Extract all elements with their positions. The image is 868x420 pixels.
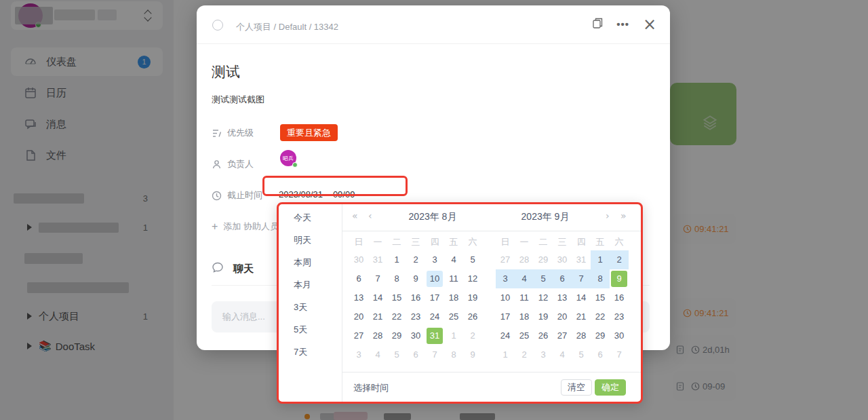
day-cell[interactable]: 17 xyxy=(425,288,444,307)
day-cell[interactable]: 4 xyxy=(368,345,387,364)
day-cell[interactable]: 30 xyxy=(553,250,572,269)
priority-badge[interactable]: 重要且紧急 xyxy=(280,124,338,141)
day-cell[interactable]: 31 xyxy=(572,250,591,269)
day-cell[interactable]: 6 xyxy=(406,345,425,364)
day-cell[interactable]: 2 xyxy=(515,345,534,364)
day-cell[interactable]: 11 xyxy=(515,288,534,307)
day-cell[interactable]: 20 xyxy=(349,307,368,326)
close-icon[interactable]: × xyxy=(643,17,656,32)
prev-year-icon[interactable]: « xyxy=(352,210,358,221)
task-title[interactable]: 测试 xyxy=(212,62,240,81)
day-cell[interactable]: 26 xyxy=(463,307,482,326)
day-cell[interactable]: 24 xyxy=(496,326,515,345)
day-cell[interactable]: 1 xyxy=(591,250,610,269)
next-month-icon[interactable]: › xyxy=(606,210,610,221)
day-cell[interactable]: 6 xyxy=(553,269,572,288)
day-cell[interactable]: 3 xyxy=(425,250,444,269)
day-cell[interactable]: 13 xyxy=(553,288,572,307)
day-cell[interactable]: 7 xyxy=(368,269,387,288)
day-cell[interactable]: 19 xyxy=(534,307,553,326)
day-cell[interactable]: 5 xyxy=(572,345,591,364)
day-cell[interactable]: 30 xyxy=(349,250,368,269)
day-cell[interactable]: 28 xyxy=(572,326,591,345)
day-cell[interactable]: 14 xyxy=(368,288,387,307)
shortcut-今天[interactable]: 今天 xyxy=(279,206,342,229)
day-cell[interactable]: 12 xyxy=(534,288,553,307)
day-cell[interactable]: 29 xyxy=(591,326,610,345)
open-in-window-icon[interactable] xyxy=(593,18,603,31)
shortcut-5天[interactable]: 5天 xyxy=(279,318,342,341)
month-title-august[interactable]: 2023年 8月 xyxy=(382,211,484,223)
day-cell[interactable]: 29 xyxy=(534,250,553,269)
day-cell[interactable]: 26 xyxy=(534,326,553,345)
next-year-icon[interactable]: » xyxy=(620,210,627,221)
day-cell[interactable]: 30 xyxy=(610,326,629,345)
day-cell[interactable]: 22 xyxy=(591,307,610,326)
day-cell[interactable]: 4 xyxy=(515,269,534,288)
day-cell[interactable]: 16 xyxy=(406,288,425,307)
day-cell[interactable]: 28 xyxy=(368,326,387,345)
day-cell[interactable]: 4 xyxy=(553,345,572,364)
day-cell[interactable]: 13 xyxy=(349,288,368,307)
day-cell[interactable]: 5 xyxy=(387,345,406,364)
add-collaborator-button[interactable]: + 添加 协助人员 xyxy=(212,221,279,233)
shortcut-明天[interactable]: 明天 xyxy=(279,229,342,251)
more-menu-icon[interactable]: ••• xyxy=(616,16,629,33)
day-cell[interactable]: 3 xyxy=(496,269,515,288)
day-cell[interactable]: 11 xyxy=(444,269,463,288)
day-cell[interactable]: 4 xyxy=(444,250,463,269)
day-cell[interactable]: 21 xyxy=(368,307,387,326)
day-cell[interactable]: 25 xyxy=(515,326,534,345)
day-cell[interactable]: 23 xyxy=(610,307,629,326)
day-cell[interactable]: 27 xyxy=(553,326,572,345)
shortcut-本周[interactable]: 本周 xyxy=(279,251,342,273)
day-cell[interactable]: 2 xyxy=(610,250,629,269)
day-cell[interactable]: 29 xyxy=(387,326,406,345)
day-cell[interactable]: 27 xyxy=(496,250,515,269)
day-cell[interactable]: 30 xyxy=(406,326,425,345)
day-cell[interactable]: 20 xyxy=(553,307,572,326)
day-cell[interactable]: 6 xyxy=(349,269,368,288)
day-cell[interactable]: 22 xyxy=(387,307,406,326)
day-cell[interactable]: 2 xyxy=(463,326,482,345)
day-cell[interactable]: 8 xyxy=(591,269,610,288)
day-cell[interactable]: 7 xyxy=(572,269,591,288)
day-cell[interactable]: 3 xyxy=(349,345,368,364)
select-time-link[interactable]: 选择时间 xyxy=(353,382,389,394)
day-cell[interactable]: 5 xyxy=(534,269,553,288)
day-cell[interactable]: 1 xyxy=(496,345,515,364)
due-date-input[interactable]: 2023/08/31 ~ 09/09 xyxy=(279,189,355,199)
day-cell[interactable]: 24 xyxy=(425,307,444,326)
day-cell[interactable]: 7 xyxy=(425,345,444,364)
day-cell[interactable]: 19 xyxy=(463,288,482,307)
day-cell[interactable]: 15 xyxy=(387,288,406,307)
day-cell[interactable]: 18 xyxy=(515,307,534,326)
day-cell[interactable]: 17 xyxy=(496,307,515,326)
task-complete-checkbox[interactable] xyxy=(212,20,223,31)
prev-month-icon[interactable]: ‹ xyxy=(368,210,372,221)
shortcut-7天[interactable]: 7天 xyxy=(279,341,342,363)
day-cell[interactable]: 8 xyxy=(387,269,406,288)
day-cell[interactable]: 14 xyxy=(572,288,591,307)
day-cell[interactable]: 28 xyxy=(515,250,534,269)
day-cell[interactable]: 12 xyxy=(463,269,482,288)
clear-button[interactable]: 清空 xyxy=(561,379,592,396)
day-cell[interactable]: 23 xyxy=(406,307,425,326)
day-cell[interactable]: 31 xyxy=(368,250,387,269)
confirm-button[interactable]: 确定 xyxy=(595,379,626,396)
day-cell[interactable]: 1 xyxy=(444,326,463,345)
assignee-avatar[interactable]: 昭兵 xyxy=(280,150,296,166)
day-cell[interactable]: 25 xyxy=(444,307,463,326)
task-description[interactable]: 测试测试截图 xyxy=(212,94,264,106)
day-cell[interactable]: 10 xyxy=(496,288,515,307)
day-cell[interactable]: 6 xyxy=(591,345,610,364)
day-cell[interactable]: 16 xyxy=(610,288,629,307)
day-cell[interactable]: 8 xyxy=(444,345,463,364)
day-cell[interactable]: 10 xyxy=(425,269,444,288)
day-cell[interactable]: 27 xyxy=(349,326,368,345)
day-cell[interactable]: 9 xyxy=(406,269,425,288)
day-cell[interactable]: 7 xyxy=(610,345,629,364)
day-cell[interactable]: 9 xyxy=(463,345,482,364)
day-cell[interactable]: 15 xyxy=(591,288,610,307)
day-cell[interactable]: 31 xyxy=(425,326,444,345)
